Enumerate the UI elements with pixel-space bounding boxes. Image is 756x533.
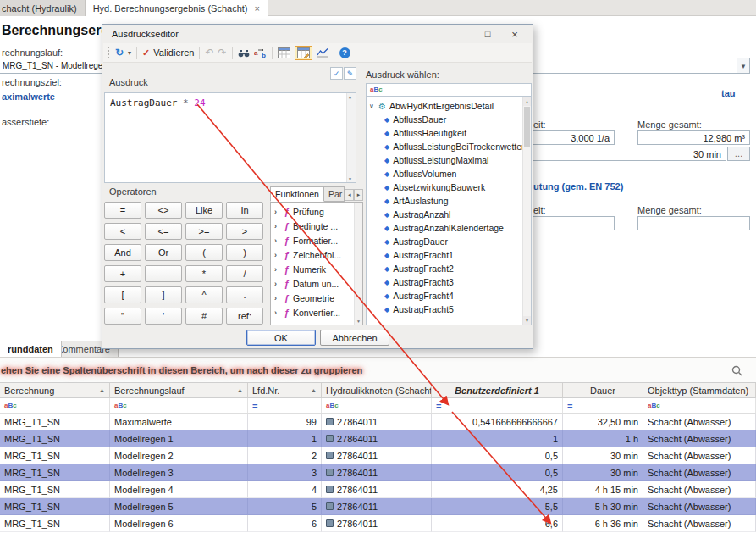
- operator-button[interactable]: [: [104, 286, 141, 303]
- maximize-button[interactable]: □: [477, 27, 499, 41]
- function-category[interactable]: ›ƒBedingte ...: [271, 219, 354, 233]
- operator-button[interactable]: <: [104, 223, 141, 240]
- operator-button[interactable]: ^: [185, 286, 223, 303]
- column-header-dauer[interactable]: Dauer: [563, 383, 643, 397]
- tree-field-node[interactable]: ◆AustragFracht3: [367, 275, 522, 289]
- filter-cell[interactable]: aBc: [643, 398, 756, 413]
- operator-button[interactable]: <>: [145, 202, 182, 219]
- chevron-down-icon[interactable]: ▾: [737, 58, 749, 73]
- column-header-benutzerdefiniert-1[interactable]: Benutzerdefiniert 1: [432, 383, 563, 397]
- toolbar-grip[interactable]: [108, 47, 111, 58]
- refresh-icon[interactable]: ↻: [115, 47, 124, 58]
- dauer-gesamt-field[interactable]: 30 min: [516, 147, 726, 161]
- operator-button[interactable]: <=: [145, 223, 182, 240]
- search-icon[interactable]: [731, 365, 742, 376]
- chart-icon[interactable]: [317, 47, 328, 58]
- menge-gesamt2-field[interactable]: [637, 216, 750, 230]
- operator-button[interactable]: Or: [145, 244, 182, 261]
- function-category[interactable]: ›ƒZeichenfol...: [271, 247, 354, 262]
- function-category[interactable]: ›ƒNumerik: [271, 262, 354, 276]
- operator-button[interactable]: >=: [185, 223, 223, 240]
- operator-button[interactable]: ": [104, 308, 141, 325]
- expand-icon[interactable]: ›: [274, 308, 282, 317]
- tab-funktionen[interactable]: Funktionen: [270, 186, 324, 202]
- selected-tool-highlight[interactable]: [295, 46, 312, 60]
- operator-button[interactable]: In: [226, 202, 263, 219]
- scrollbar-thumb[interactable]: [524, 107, 530, 147]
- column-header-objekttyp-stammdaten-[interactable]: Objekttyp (Stammdaten): [643, 383, 756, 397]
- tab-parameter[interactable]: Par: [324, 186, 345, 202]
- tree-root-node[interactable]: ∨⚙AbwHydKntErgebnisDetail: [367, 99, 522, 113]
- tree-field-node[interactable]: ◆AbflussDauer: [367, 113, 522, 126]
- find-icon[interactable]: [238, 47, 250, 58]
- tab-grunddaten[interactable]: runddaten: [0, 341, 62, 357]
- undo-icon[interactable]: ↶: [205, 47, 213, 58]
- tree-field-node[interactable]: ◆ArtAuslastung: [367, 194, 522, 208]
- table-row[interactable]: MRG_T1_SNModellregen 33278640110,530 min…: [0, 464, 756, 481]
- tree-field-node[interactable]: ◆AustragFracht5: [367, 303, 522, 316]
- apply-expression-button[interactable]: ✓: [330, 67, 343, 80]
- operator-button[interactable]: #: [185, 308, 223, 325]
- table-row[interactable]: MRG_T1_SNModellregen 112786401111 hSchac…: [0, 430, 756, 447]
- expand-icon[interactable]: ›: [274, 222, 282, 230]
- scroll-down-icon[interactable]: ▼: [356, 319, 361, 324]
- functions-scrollbar[interactable]: ▼: [354, 203, 362, 325]
- scroll-down-icon[interactable]: ▼: [349, 176, 351, 181]
- operator-button[interactable]: (: [185, 244, 223, 261]
- function-category[interactable]: ›ƒFormatier...: [271, 233, 354, 247]
- filter-cell[interactable]: =: [563, 398, 643, 413]
- operator-button[interactable]: ': [145, 308, 182, 325]
- tree-field-node[interactable]: ◆AbflussHaeufigkeit: [367, 126, 522, 140]
- grid-view-icon[interactable]: [278, 47, 290, 58]
- function-category[interactable]: ›ƒGeometrie: [271, 291, 354, 305]
- tree-field-node[interactable]: ◆AustragFracht4: [367, 289, 522, 303]
- function-category[interactable]: ›ƒDatum un...: [271, 276, 354, 291]
- tree-field-node[interactable]: ◆AbflussVolumen: [367, 167, 522, 180]
- tab-schacht-hydraulik[interactable]: chacht (Hydraulik): [0, 0, 86, 16]
- operator-button[interactable]: >: [226, 223, 263, 240]
- group-by-panel[interactable]: ehen Sie eine Spaltenüberschrift in dies…: [0, 357, 756, 383]
- expand-icon[interactable]: ›: [274, 236, 282, 245]
- redo-icon[interactable]: ↷: [218, 47, 226, 58]
- table-row[interactable]: MRG_T1_SNMaximalwerte99278640110,5416666…: [0, 414, 756, 430]
- operator-button[interactable]: ): [226, 244, 263, 261]
- cancel-button[interactable]: Abbrechen: [320, 330, 389, 346]
- filter-cell[interactable]: aBc: [322, 398, 432, 413]
- tab-scroll-right-icon[interactable]: ▸: [354, 189, 363, 201]
- expression-editor[interactable]: AustragDauer * 24 ▲ ▼: [104, 92, 356, 183]
- more-options-button[interactable]: …: [727, 147, 750, 161]
- scrollbar-track[interactable]: [523, 148, 531, 316]
- chevron-down-icon[interactable]: ▾: [128, 49, 131, 57]
- tree-field-node[interactable]: ◆AustragFracht2: [367, 262, 522, 275]
- tree-scrollbar[interactable]: ▲ ▼: [522, 97, 531, 325]
- table-row[interactable]: MRG_T1_SNModellregen 66278640116,66 h 36…: [0, 515, 756, 532]
- filter-cell[interactable]: =: [432, 398, 563, 413]
- table-row[interactable]: MRG_T1_SNModellregen 55278640115,55 h 30…: [0, 498, 756, 515]
- function-category[interactable]: ›ƒKonvertier...: [271, 305, 354, 319]
- table-row[interactable]: MRG_T1_SNModellregen 44278640114,254 h 1…: [0, 481, 756, 498]
- scroll-down-icon[interactable]: ▼: [523, 316, 531, 325]
- help-icon[interactable]: ?: [339, 47, 350, 58]
- filter-cell[interactable]: aBc: [0, 398, 110, 413]
- expand-icon[interactable]: ›: [274, 294, 282, 303]
- operator-button[interactable]: /: [226, 265, 263, 282]
- dialog-titlebar[interactable]: Ausdruckseditor: [102, 25, 533, 43]
- expand-icon[interactable]: ›: [274, 265, 282, 274]
- scroll-up-icon[interactable]: ▲: [349, 94, 351, 99]
- tree-field-node[interactable]: ◆AbflussLeistungMaximal: [367, 153, 522, 167]
- expression-scrollbar[interactable]: ▲ ▼: [346, 93, 356, 182]
- tree-search-input[interactable]: aBc: [366, 83, 532, 97]
- tree-field-node[interactable]: ◆AbsetzwirkungBauwerk: [367, 180, 522, 194]
- tree-field-node[interactable]: ◆AustragAnzahlKalendertage: [367, 221, 522, 235]
- column-header-hydraulikknoten-schacht-[interactable]: Hydraulikknoten (Schacht)▲: [322, 383, 432, 397]
- collapse-icon[interactable]: ∨: [369, 103, 378, 110]
- close-button[interactable]: ×: [504, 27, 526, 41]
- validate-button[interactable]: ✓ Validieren: [142, 47, 194, 58]
- close-tab-icon[interactable]: ×: [254, 3, 259, 14]
- tree-field-node[interactable]: ◆AustragDauer: [367, 235, 522, 248]
- tree-field-node[interactable]: ◆AustragFracht1: [367, 248, 522, 262]
- function-category[interactable]: ›ƒPrüfung: [271, 204, 354, 219]
- find-replace-icon[interactable]: a b: [254, 47, 267, 58]
- tree-field-node[interactable]: ◆AustragAnzahl: [367, 208, 522, 221]
- operator-button[interactable]: ref:: [226, 308, 263, 325]
